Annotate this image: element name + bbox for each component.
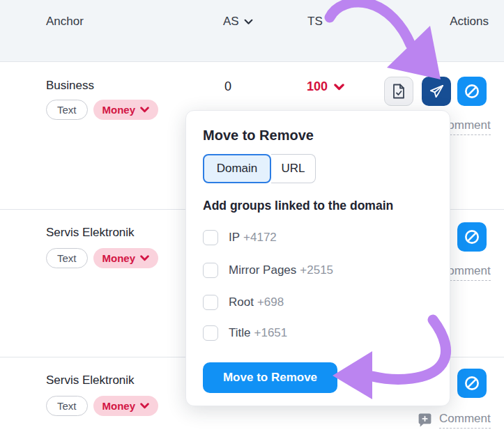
comment-add-icon (417, 412, 433, 428)
anchor-text: Servis Elektronik (46, 373, 135, 387)
checkbox[interactable] (203, 263, 218, 278)
ts-score: 100 (307, 79, 328, 94)
comment-label: Comment (439, 412, 491, 429)
move-to-remove-submit-button[interactable]: Move to Remove (203, 362, 337, 393)
tag-money-dropdown[interactable]: Money (93, 248, 159, 268)
tag-label: Money (102, 400, 136, 412)
group-count: +1651 (254, 326, 288, 339)
tag-label: Money (102, 252, 136, 264)
group-label: IP (229, 231, 240, 244)
block-button[interactable] (457, 222, 487, 252)
group-count: +4172 (243, 231, 277, 244)
column-label: Actions (450, 15, 489, 29)
chevron-down-icon (140, 403, 149, 409)
group-option-text: Root+698 (229, 295, 284, 309)
tag-money-dropdown[interactable]: Money (93, 100, 159, 120)
scope-tabs: Domain URL (203, 154, 316, 183)
file-check-icon (391, 83, 406, 100)
column-label: AS (223, 15, 239, 29)
group-count: +698 (257, 295, 284, 309)
group-option-title[interactable]: Title+1651 (203, 324, 287, 342)
checkbox[interactable] (203, 325, 218, 341)
group-label: Root (229, 295, 254, 309)
tab-domain[interactable]: Domain (203, 154, 271, 183)
send-icon (429, 84, 445, 100)
group-label: Title (229, 326, 251, 339)
tab-label: URL (281, 162, 305, 176)
column-header-ts: TS (307, 15, 323, 29)
group-label: Mirror Pages (229, 263, 296, 277)
block-icon (463, 228, 481, 246)
tag-text[interactable]: Text (46, 396, 88, 416)
tab-url[interactable]: URL (271, 154, 316, 183)
report-button[interactable] (384, 77, 413, 106)
checkbox[interactable] (203, 295, 218, 310)
column-header-anchor: Anchor (46, 15, 84, 29)
group-count: +2515 (300, 263, 333, 277)
chevron-down-icon (140, 255, 149, 261)
tag-label: Text (57, 252, 77, 264)
column-header-as[interactable]: AS (223, 15, 253, 29)
group-option-ip[interactable]: IP+4172 (203, 229, 277, 247)
tag-text[interactable]: Text (46, 100, 88, 120)
backlink-audit-table: Anchor AS TS Actions Business Text Money… (0, 0, 504, 439)
tag-label: Text (57, 400, 77, 412)
group-option-text: IP+4172 (229, 231, 277, 245)
chevron-down-icon (244, 19, 253, 25)
ts-value-dropdown[interactable]: 100 (307, 79, 344, 94)
tag-text[interactable]: Text (46, 248, 88, 268)
block-icon (463, 374, 481, 392)
tag-money-dropdown[interactable]: Money (93, 396, 159, 416)
column-label: Anchor (46, 15, 84, 29)
block-icon (463, 82, 481, 100)
chevron-down-icon (334, 84, 344, 91)
checkbox[interactable] (203, 230, 218, 245)
move-to-remove-popup: Move to Remove Domain URL Add groups lin… (185, 110, 450, 406)
anchor-text: Servis Elektronik (46, 226, 135, 240)
comment-link[interactable]: Comment (417, 412, 491, 429)
anchor-text: Business (46, 79, 94, 93)
block-button[interactable] (457, 77, 487, 106)
group-option-root[interactable]: Root+698 (203, 293, 284, 311)
column-header-actions: Actions (450, 15, 489, 29)
tab-label: Domain (217, 162, 258, 176)
group-option-text: Title+1651 (229, 326, 287, 340)
group-option-mirror-pages[interactable]: Mirror Pages+2515 (203, 261, 333, 279)
table-header: Anchor AS TS Actions (0, 0, 504, 62)
column-label: TS (307, 15, 323, 29)
tag-label: Text (57, 104, 77, 116)
block-button[interactable] (457, 369, 487, 398)
popup-title: Move to Remove (203, 128, 314, 144)
as-value: 0 (224, 79, 231, 94)
group-option-text: Mirror Pages+2515 (229, 263, 333, 277)
move-to-remove-icon-button[interactable] (422, 77, 451, 106)
chevron-down-icon (140, 107, 149, 113)
groups-heading: Add groups linked to the domain (203, 199, 393, 213)
tag-label: Money (102, 104, 136, 116)
